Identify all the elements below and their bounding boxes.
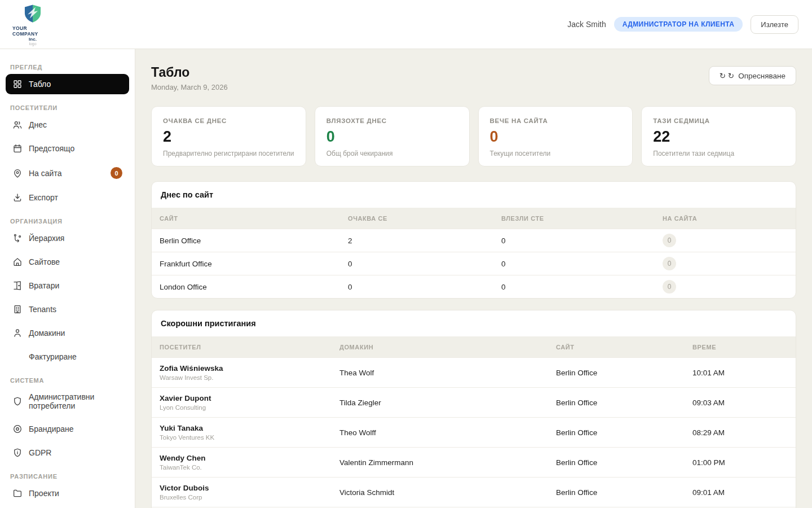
visitor-cell: Xavier DupontLyon Consulting — [160, 394, 339, 411]
sidebar-item-label: Табло — [29, 80, 51, 89]
stat-caption: Общ брой чекирания — [326, 150, 458, 157]
column-header: ОЧАКВА СЕ — [348, 215, 501, 222]
sidebar-item-projects[interactable]: Проекти — [6, 483, 129, 503]
person-icon — [12, 328, 23, 338]
home-icon — [12, 257, 23, 267]
sidebar-item-gdpr[interactable]: GDPR — [6, 443, 129, 463]
host-cell: Victoria Schmidt — [339, 488, 556, 497]
sidebar-item-label: GDPR — [29, 448, 51, 457]
logout-button[interactable]: Излезте — [751, 15, 798, 34]
door-icon — [12, 281, 23, 291]
site-name-cell: Frankfurt Office — [160, 260, 348, 268]
shield-icon — [12, 396, 23, 406]
stat-label: ВЕЧЕ НА САЙТА — [490, 117, 621, 124]
today-by-site-header-row: САЙТ ОЧАКВА СЕ ВЛЕЗЛИ СТЕ НА САЙТА — [152, 208, 796, 229]
host-cell: Theo Wolff — [339, 428, 556, 437]
refresh-button[interactable]: ↻ ↻ Опресняване — [709, 66, 796, 85]
recent-arrivals-panel: Скорошни пристигания ПОСЕТИТЕЛ ДОМАКИН С… — [151, 310, 796, 508]
expected-cell: 0 — [348, 283, 501, 291]
stat-caption: Посетители тази седмица — [653, 150, 784, 157]
visitor-name: Wendy Chen — [160, 454, 339, 462]
sidebar-item-label: Йерархия — [29, 234, 64, 243]
sidebar-item-branding[interactable]: Брандиране — [6, 419, 129, 439]
column-header: ПОСЕТИТЕЛ — [160, 344, 339, 351]
sidebar-item-gatekeepers[interactable]: Вратари — [6, 275, 129, 296]
visitor-name: Xavier Dupont — [160, 394, 339, 402]
checked-in-cell: 0 — [501, 237, 663, 245]
role-badge: АДМИНИСТРАТОР НА КЛИЕНТА — [614, 17, 743, 32]
sidebar-item-dashboard[interactable]: Табло — [6, 74, 129, 94]
stat-label: ТАЗИ СЕДМИЦА — [653, 117, 784, 124]
site-cell: Berlin Office — [556, 398, 692, 407]
site-name-cell: London Office — [160, 283, 348, 291]
shield-check-icon — [12, 448, 23, 458]
host-cell: Tilda Ziegler — [339, 398, 556, 407]
stat-card-checked-in-today: ВЛЯЗОХТЕ ДНЕС 0 Общ брой чекирания — [315, 106, 470, 167]
column-header: ДОМАКИН — [339, 344, 556, 351]
refresh-icon: ↻ ↻ — [720, 71, 734, 80]
sidebar-item-today[interactable]: Днес — [6, 115, 129, 135]
column-header: ВРЕМЕ — [692, 344, 796, 351]
host-cell: Valentin Zimmermann — [339, 458, 556, 467]
map-pin-icon — [12, 168, 23, 178]
table-row: Xavier DupontLyon ConsultingTilda Ziegle… — [152, 387, 796, 417]
sidebar-item-billing[interactable]: Фактуриране — [6, 347, 129, 367]
table-row: Berlin Office200 — [152, 229, 796, 252]
sidebar-item-hosts[interactable]: Домакини — [6, 323, 129, 343]
sidebar-item-sites[interactable]: Сайтове — [6, 252, 129, 272]
visitor-name: Victor Dubois — [160, 484, 339, 492]
logo-suffix-text: Inc. — [29, 37, 37, 42]
time-cell: 09:01 AM — [692, 488, 796, 497]
stat-label: ОЧАКВА СЕ ДНЕС — [163, 117, 294, 124]
on-site-count-pill: 0 — [663, 257, 676, 270]
stat-card-expected-today: ОЧАКВА СЕ ДНЕС 2 Предварително регистрир… — [151, 106, 306, 167]
table-row: Wendy ChenTaiwanTek Co.Valentin Zimmerma… — [152, 447, 796, 477]
logo-tagline-text: logo — [29, 42, 36, 46]
stat-value: 0 — [490, 129, 621, 144]
page-title: Табло — [151, 65, 228, 80]
today-by-site-panel: Днес по сайт САЙТ ОЧАКВА СЕ ВЛЕЗЛИ СТЕ Н… — [151, 181, 796, 299]
host-cell: Thea Wolf — [339, 369, 556, 377]
on-site-cell: 0 — [663, 257, 796, 270]
table-row: Frankfurt Office000 — [152, 252, 796, 275]
refresh-label: Опресняване — [738, 72, 785, 80]
checked-in-cell: 0 — [501, 260, 663, 268]
sidebar-item-upcoming[interactable]: Предстоящо — [6, 138, 129, 159]
download-icon — [12, 192, 23, 203]
sidebar-item-admin-users[interactable]: Административни потребители — [6, 387, 129, 415]
stat-card-currently-on-site: ВЕЧЕ НА САЙТА 0 Текущи посетители — [478, 106, 633, 167]
time-cell: 10:01 AM — [692, 369, 796, 377]
recent-arrivals-rows: Zofia WiśniewskaWarsaw Invest Sp.Thea Wo… — [152, 357, 796, 508]
today-by-site-title: Днес по сайт — [152, 182, 796, 208]
visitor-name: Zofia Wiśniewska — [160, 364, 339, 373]
sidebar-item-on-site[interactable]: На сайта0 — [6, 162, 129, 184]
sidebar-item-hierarchy[interactable]: Йерархия — [6, 228, 129, 248]
stat-caption: Текущи посетители — [490, 150, 621, 157]
sidebar-item-label: Сайтове — [29, 257, 60, 266]
top-header: YOUR COMPANY Inc. logo Jack Smith АДМИНИ… — [0, 0, 812, 49]
stat-value: 22 — [653, 129, 784, 144]
sidebar: ПРЕГЛЕДТаблоПОСЕТИТЕЛИДнесПредстоящоНа с… — [0, 49, 135, 508]
column-header: САЙТ — [556, 344, 692, 351]
company-logo: YOUR COMPANY Inc. logo — [12, 3, 53, 46]
calendar-icon — [12, 143, 23, 154]
time-cell: 08:29 AM — [692, 428, 796, 437]
stat-value: 2 — [163, 129, 294, 144]
sidebar-item-label: Проекти — [29, 489, 59, 498]
sidebar-item-export-visitors[interactable]: Експорт — [6, 187, 129, 208]
visitor-company: Lyon Consulting — [160, 404, 339, 411]
visitor-name: Yuki Tanaka — [160, 424, 339, 432]
checked-in-cell: 0 — [501, 283, 663, 291]
today-by-site-rows: Berlin Office200Frankfurt Office000Londo… — [152, 229, 796, 298]
site-name-cell: Berlin Office — [160, 237, 348, 245]
stat-value: 0 — [326, 129, 458, 144]
expected-cell: 0 — [348, 260, 501, 268]
recent-arrivals-header-row: ПОСЕТИТЕЛ ДОМАКИН САЙТ ВРЕМЕ — [152, 336, 796, 357]
visitor-company: Tokyo Ventures KK — [160, 434, 339, 441]
sidebar-item-label: Домакини — [29, 329, 65, 338]
site-cell: Berlin Office — [556, 428, 692, 437]
sidebar-item-tenants[interactable]: Tenants — [6, 299, 129, 319]
sidebar-item-label: Tenants — [29, 305, 56, 314]
site-cell: Berlin Office — [556, 488, 692, 497]
sidebar-section-label: ПРЕГЛЕД — [10, 64, 129, 71]
